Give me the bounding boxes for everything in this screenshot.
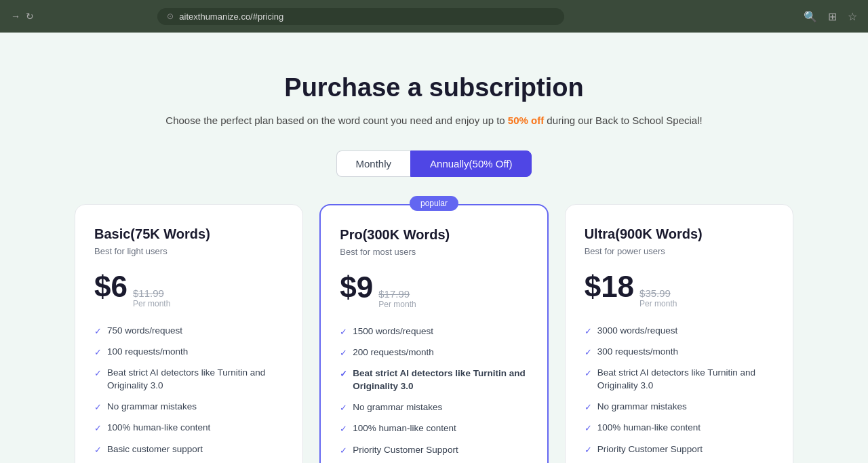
- bookmark-icon[interactable]: ☆: [848, 10, 857, 23]
- browser-chrome: → ↻ ⊙ aitexthumanize.co/#pricing 🔍 ⊞ ☆: [0, 0, 868, 33]
- feature-text: Beat strict AI detectors like Turnitin a…: [597, 367, 774, 392]
- feature-text: 300 requests/month: [597, 346, 678, 359]
- site-icon: ⊙: [167, 12, 174, 21]
- pro-price-row: $9 $17.99 Per month: [340, 270, 528, 309]
- check-icon: ✓: [585, 401, 592, 414]
- feature-text: 100% human-like content: [353, 422, 456, 435]
- pro-price-old: $17.99: [378, 288, 416, 300]
- check-icon: ✓: [94, 367, 102, 380]
- check-icon: ✓: [94, 325, 102, 338]
- feature-item: ✓Beat strict AI detectors like Turnitin …: [340, 367, 528, 393]
- feature-item: ✓100% human-like content: [340, 422, 528, 435]
- feature-item: ✓No grammar mistakes: [340, 401, 528, 414]
- forward-icon[interactable]: →: [11, 11, 20, 22]
- check-icon: ✓: [94, 444, 102, 456]
- check-icon: ✓: [94, 346, 102, 359]
- feature-text: No grammar mistakes: [353, 401, 442, 414]
- browser-nav: → ↻: [11, 11, 34, 22]
- ultra-price-details: $35.99 Per month: [639, 287, 677, 308]
- subtitle-after: during our Back to School Special!: [544, 115, 702, 126]
- feature-text: Basic customer support: [107, 443, 203, 456]
- monthly-toggle-btn[interactable]: Monthly: [336, 150, 411, 177]
- basic-plan-name: Basic(75K Words): [94, 226, 283, 242]
- feature-item: ✓750 words/request: [94, 325, 283, 338]
- feature-item: ✓1500 words/request: [340, 325, 528, 338]
- feature-text: 100 requests/month: [107, 346, 188, 359]
- check-icon: ✓: [340, 326, 347, 338]
- ultra-plan-name: Ultra(900K Words): [585, 226, 774, 242]
- feature-item: ✓100 requests/month: [94, 346, 283, 359]
- pro-price-period: Per month: [378, 300, 416, 309]
- pro-price-details: $17.99 Per month: [378, 288, 416, 309]
- feature-item: ✓No grammar mistakes: [94, 401, 283, 414]
- pro-price-main: $9: [340, 270, 373, 304]
- pro-features-list: ✓1500 words/request ✓200 requests/month …: [340, 325, 528, 457]
- basic-price-main: $6: [94, 270, 127, 304]
- search-icon[interactable]: 🔍: [804, 10, 817, 23]
- feature-text: No grammar mistakes: [597, 401, 687, 414]
- feature-item: ✓100% human-like content: [94, 422, 283, 435]
- feature-item: ✓100% human-like content: [585, 422, 774, 435]
- check-icon: ✓: [585, 367, 592, 380]
- popular-badge: popular: [410, 196, 458, 211]
- basic-price-old: $11.99: [133, 287, 170, 299]
- check-icon: ✓: [94, 422, 102, 435]
- feature-item: ✓300 requests/month: [585, 346, 774, 359]
- ultra-plan-card: Ultra(900K Words) Best for power users $…: [565, 204, 793, 463]
- pro-plan-name: Pro(300K Words): [340, 227, 528, 243]
- page-content: Purchase a subscription Choose the perfe…: [61, 33, 807, 463]
- pro-plan-card: popular Pro(300K Words) Best for most us…: [319, 204, 548, 463]
- feature-item: ✓Priority Customer Support: [340, 444, 528, 457]
- check-icon: ✓: [340, 347, 347, 359]
- billing-toggle: Monthly Annually(50% Off): [75, 150, 793, 177]
- feature-item: ✓3000 words/request: [585, 325, 774, 338]
- feature-text: 750 words/request: [107, 325, 182, 338]
- feature-text: 200 requests/month: [353, 346, 433, 359]
- ultra-features-list: ✓3000 words/request ✓300 requests/month …: [585, 325, 774, 456]
- check-icon: ✓: [585, 325, 592, 338]
- plans-grid: Basic(75K Words) Best for light users $6…: [75, 204, 793, 463]
- feature-item: ✓No grammar mistakes: [585, 401, 774, 414]
- feature-text: Priority Customer Support: [353, 444, 458, 457]
- page-title: Purchase a subscription: [75, 73, 793, 102]
- basic-price-period: Per month: [133, 299, 170, 308]
- feature-text: No grammar mistakes: [107, 401, 197, 414]
- extensions-icon[interactable]: ⊞: [828, 10, 837, 23]
- basic-price-row: $6 $11.99 Per month: [94, 270, 283, 308]
- feature-text: Beat strict AI detectors like Turnitin a…: [107, 367, 283, 392]
- check-icon: ✓: [585, 346, 592, 359]
- check-icon: ✓: [94, 401, 102, 414]
- feature-item: ✓200 requests/month: [340, 346, 528, 359]
- subtitle-before: Choose the perfect plan based on the wor…: [165, 115, 508, 126]
- feature-text: Beat strict AI detectors like Turnitin a…: [353, 367, 528, 393]
- feature-item: ✓Basic customer support: [94, 443, 283, 456]
- feature-item: ✓Priority Customer Support: [585, 443, 774, 456]
- subtitle-highlight: 50% off: [508, 115, 544, 126]
- ultra-price-main: $18: [585, 270, 634, 304]
- check-icon: ✓: [340, 423, 347, 435]
- check-icon: ✓: [340, 402, 347, 414]
- check-icon: ✓: [585, 444, 592, 456]
- page-subtitle: Choose the perfect plan based on the wor…: [75, 115, 793, 126]
- basic-features-list: ✓750 words/request ✓100 requests/month ✓…: [94, 325, 283, 456]
- feature-text: 100% human-like content: [597, 422, 701, 435]
- ultra-price-row: $18 $35.99 Per month: [585, 270, 774, 308]
- address-bar[interactable]: ⊙ aitexthumanize.co/#pricing: [157, 8, 564, 25]
- url-text: aitexthumanize.co/#pricing: [179, 12, 283, 22]
- ultra-plan-tagline: Best for power users: [585, 246, 774, 256]
- ultra-price-old: $35.99: [639, 287, 677, 299]
- pro-plan-tagline: Best for most users: [340, 247, 528, 257]
- basic-price-details: $11.99 Per month: [133, 287, 170, 308]
- basic-plan-card: Basic(75K Words) Best for light users $6…: [75, 204, 303, 463]
- ultra-price-period: Per month: [639, 299, 677, 308]
- refresh-icon[interactable]: ↻: [26, 11, 34, 22]
- basic-plan-tagline: Best for light users: [94, 246, 283, 256]
- feature-text: 100% human-like content: [107, 422, 210, 435]
- feature-text: Priority Customer Support: [597, 443, 703, 456]
- check-icon: ✓: [340, 368, 347, 380]
- feature-text: 3000 words/request: [597, 325, 678, 338]
- feature-item: ✓Beat strict AI detectors like Turnitin …: [585, 367, 774, 392]
- annually-toggle-btn[interactable]: Annually(50% Off): [410, 150, 532, 177]
- feature-text: 1500 words/request: [353, 325, 433, 338]
- browser-actions: 🔍 ⊞ ☆: [804, 10, 857, 23]
